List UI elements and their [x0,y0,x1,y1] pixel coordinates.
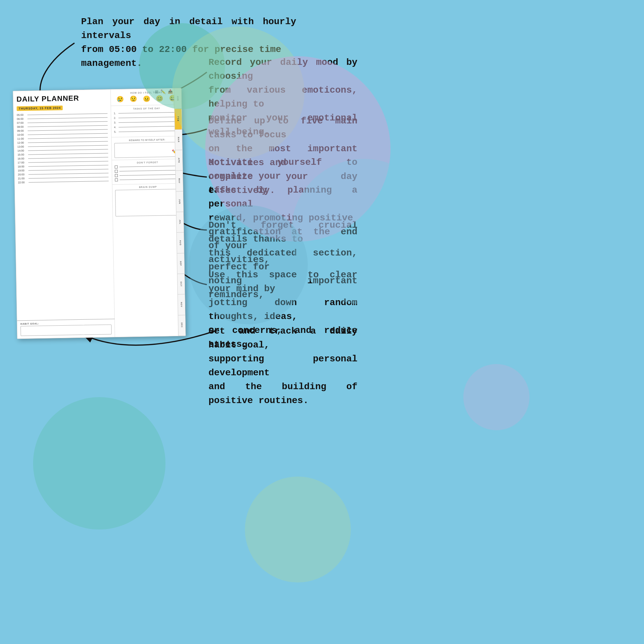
time-line [28,169,109,170]
month-tab-apr[interactable]: APR [175,150,183,171]
dontforget-item[interactable] [115,177,181,181]
braindump-section: BRAIN DUMP [112,184,184,218]
month-tab-nov[interactable]: NOV [178,295,185,315]
task-line [118,117,180,118]
checkbox[interactable] [115,174,118,177]
time-line [28,149,108,151]
dontforget-section: DON'T FORGET [112,159,183,185]
time-label: 05:00 [17,114,27,117]
task-number: 3. [114,121,117,124]
time-slots: 05:0006:0007:0008:0009:0010:0011:0012:00… [17,112,109,184]
planner-card: ⊞ ✏️ 📤 DAILY PLANNER THURSDAY, 15 FEB 20… [13,88,186,339]
time-label: 21:00 [18,177,28,180]
reward-box[interactable]: ✏️ [114,142,180,158]
time-line [27,121,108,123]
time-label: 10:00 [17,133,28,137]
tasks-section: TASKS OF THE DAY 1.2.3.4.5. [111,105,183,138]
task-list: 1.2.3.4.5. [114,111,180,133]
time-line [28,141,108,143]
planner-left-panel: DAILY PLANNER THURSDAY, 15 FEB 2024 05:0… [13,89,115,339]
dontforget-item[interactable] [115,169,181,173]
bg-circle [245,477,351,582]
task-item[interactable]: 2. [114,115,180,119]
time-label: 11:00 [17,137,28,141]
task-line [119,131,180,132]
time-label: 17:00 [18,161,28,164]
mood-icon[interactable]: 😢 [116,96,124,103]
time-label: 18:00 [18,165,28,168]
dontforget-list [115,164,181,181]
task-item[interactable]: 5. [114,129,180,133]
month-tab-jul[interactable]: JUL [176,212,184,233]
checkbox-line [119,174,181,176]
time-label: 14:00 [18,149,28,153]
reward-label: REWARD TO MYSELF AFTER: [114,138,180,142]
month-tab-oct[interactable]: OCT [177,274,185,295]
time-line [28,129,108,131]
time-line [28,145,108,147]
mood-icon[interactable]: 😐 [143,95,150,102]
time-slot: 22:00 [18,179,109,184]
time-line [28,153,108,155]
time-line [28,177,109,178]
task-number: 4. [114,126,117,129]
month-tab-dec[interactable]: DEC [178,315,185,336]
task-number: 2. [114,116,117,119]
time-line [28,173,109,174]
task-line [118,126,180,127]
time-label: 13:00 [17,145,28,149]
time-label: 09:00 [17,129,28,133]
time-label: 20:00 [18,173,28,176]
checkbox[interactable] [115,165,117,168]
habit-goal-section: HABIT GOAL: [17,319,115,339]
time-label: 08:00 [17,125,27,129]
time-line [28,165,108,166]
annotation-7: Set and track a daily habit goal, suppor… [208,324,357,408]
time-slot: 07:00 [17,120,108,125]
mood-icon[interactable]: 😟 [129,95,137,103]
bg-circle [189,205,308,324]
time-line [28,137,108,139]
time-line [27,114,108,115]
time-label: 16:00 [18,157,28,161]
checkbox[interactable] [115,170,118,173]
time-line [28,161,108,163]
task-number: 1. [114,112,117,115]
month-tab-mar[interactable]: MAR [175,129,182,150]
bg-circle [463,364,529,430]
time-label: 22:00 [18,181,28,184]
month-tab-aug[interactable]: AUG [177,233,184,253]
planner-title: DAILY PLANNER [17,94,107,104]
time-label: 06:00 [17,117,27,121]
bg-circle [291,159,437,304]
task-number: 5. [114,130,117,133]
task-item[interactable]: 1. [114,111,180,115]
time-line [28,181,109,182]
time-line [28,133,108,135]
braindump-label: BRAIN DUMP [115,185,181,189]
dontforget-item[interactable] [115,164,180,168]
time-line [28,157,108,159]
time-label: 15:00 [18,153,28,157]
habit-goal-box[interactable] [21,324,112,336]
dontforget-item[interactable] [115,173,181,177]
checkbox-line [119,170,181,171]
bg-circle [33,397,165,529]
task-line [118,121,180,123]
task-item[interactable]: 3. [114,120,180,124]
month-tab-sep[interactable]: SEP [177,253,184,274]
reward-section: REWARD TO MYSELF AFTER: ✏️ [112,136,183,161]
month-tab-may[interactable]: MAY [176,171,183,192]
braindump-box[interactable] [115,189,181,216]
time-line [27,125,108,127]
time-line [27,117,108,119]
planner-date: THURSDAY, 15 FEB 2024 [17,106,63,111]
time-slot: 15:00 [18,152,108,157]
month-tab-jun[interactable]: JUN [176,191,183,212]
dontforget-label: DON'T FORGET [115,161,180,164]
task-item[interactable]: 4. [114,125,180,129]
task-line [118,112,180,114]
checkbox[interactable] [115,178,118,181]
checkbox-line [119,179,181,180]
time-label: 12:00 [17,141,28,145]
